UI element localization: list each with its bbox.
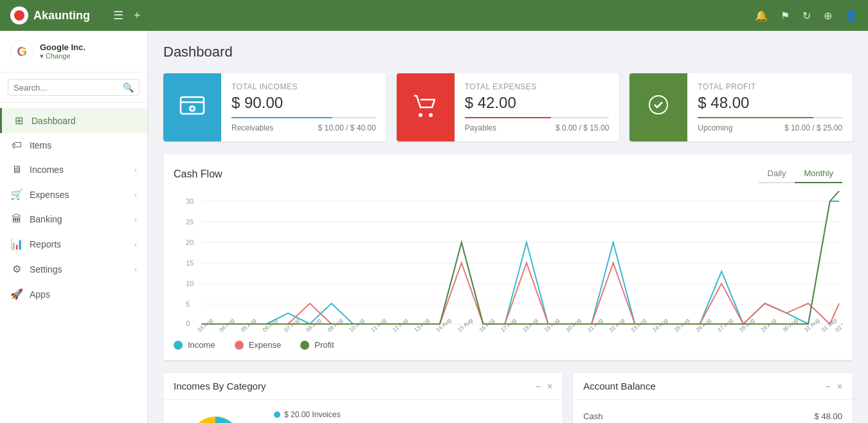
- banking-icon: 🏛: [10, 213, 23, 225]
- company-logo: G: [10, 40, 33, 63]
- income-legend-label: Income: [188, 340, 215, 350]
- minimize-icon[interactable]: −: [536, 381, 541, 392]
- payables-label: Payables: [465, 123, 496, 132]
- sidebar-item-settings[interactable]: ⚙ Settings ‹: [0, 256, 147, 282]
- sidebar-item-items[interactable]: 🏷 Items: [0, 133, 147, 158]
- invoices-legend: $ 20.00 Invoices: [284, 410, 340, 419]
- company-name: Google Inc.: [40, 42, 86, 52]
- stat-card-incomes: TOTAL INCOMES $ 90.00 Receivables $ 10.0…: [163, 73, 386, 141]
- nav-label-items: Items: [30, 140, 51, 150]
- income-legend-dot: [174, 341, 183, 350]
- tab-daily[interactable]: Daily: [759, 165, 795, 183]
- profit-label: TOTAL PROFIT: [698, 82, 842, 91]
- upcoming-label: Upcoming: [698, 123, 732, 132]
- user-icon[interactable]: 👤: [845, 10, 858, 22]
- reports-icon: 📊: [10, 238, 23, 250]
- topnav-actions: ☰ +: [113, 8, 141, 22]
- cash-flow-tabs: Daily Monthly: [759, 165, 842, 183]
- nav-label-reports: Reports: [30, 239, 61, 249]
- svg-text:15: 15: [186, 259, 194, 267]
- refresh-icon[interactable]: ↻: [802, 10, 811, 22]
- profit-value: $ 48.00: [698, 94, 842, 112]
- incomes-by-category-card: Incomes By Category − ×: [163, 373, 563, 423]
- expenses-card-icon: [411, 91, 440, 125]
- sidebar: G Google Inc. ▾ Change 🔍 ⊞ Dashboard 🏷 I…: [0, 31, 148, 423]
- svg-text:30: 30: [186, 197, 194, 205]
- search-input[interactable]: [14, 83, 123, 93]
- expenses-icon-box: [397, 73, 455, 141]
- incomes-chevron: ‹: [134, 166, 137, 174]
- page-title: Dashboard: [163, 44, 853, 60]
- nav-label-banking: Banking: [30, 214, 62, 224]
- upcoming-value: $ 10.00 / $ 25.00: [784, 123, 842, 132]
- account-balance-title: Account Balance: [583, 381, 656, 392]
- bell-icon[interactable]: 🔔: [755, 10, 768, 22]
- legend-income: Income: [174, 340, 215, 350]
- receivables-label: Receivables: [231, 123, 273, 132]
- close-icon-2[interactable]: ×: [837, 381, 842, 392]
- account-row-cash: Cash $ 48.00: [583, 408, 842, 423]
- layout: G Google Inc. ▾ Change 🔍 ⊞ Dashboard 🏷 I…: [0, 31, 868, 423]
- sidebar-item-apps[interactable]: 🚀 Apps: [0, 282, 147, 307]
- svg-point-5: [419, 113, 422, 117]
- tab-monthly[interactable]: Monthly: [795, 165, 842, 183]
- incomes-icon-box: [163, 73, 221, 141]
- sidebar-item-dashboard[interactable]: ⊞ Dashboard: [0, 108, 147, 133]
- incomes-card-icon: [178, 91, 206, 125]
- nav-label-apps: Apps: [30, 289, 50, 300]
- search-icon: 🔍: [123, 82, 134, 93]
- invoices-dot: [274, 411, 280, 418]
- expenses-icon: 🛒: [10, 188, 23, 201]
- pie-legend: $ 20.00 Invoices $ 40.00 Deposit: [274, 410, 340, 423]
- svg-text:15 Aug: 15 Aug: [457, 317, 474, 332]
- incomes-value: $ 90.00: [231, 94, 376, 112]
- account-body: Cash $ 48.00: [573, 400, 853, 423]
- pie-chart: [174, 410, 264, 423]
- company-info: G Google Inc. ▾ Change: [0, 31, 147, 73]
- flag-icon[interactable]: ⚑: [781, 10, 790, 22]
- bottom-grid: Incomes By Category − ×: [163, 373, 853, 423]
- sidebar-item-expenses[interactable]: 🛒 Expenses ‹: [0, 182, 147, 207]
- expense-legend-dot: [235, 341, 244, 350]
- banking-chevron: ‹: [134, 215, 137, 223]
- incomes-icon: 🖥: [10, 164, 23, 176]
- main-content: Dashboard TOTAL INCOMES $ 90.00 Receivab…: [148, 31, 868, 423]
- add-icon[interactable]: +: [134, 9, 141, 22]
- chart-area: 30 25 20 15 10 5 0: [174, 191, 842, 332]
- expenses-value: $ 42.00: [465, 94, 610, 112]
- stat-card-profit: TOTAL PROFIT $ 48.00 Upcoming $ 10.00 / …: [629, 73, 853, 141]
- search-container: 🔍: [0, 73, 147, 103]
- dashboard-icon: ⊞: [12, 114, 25, 127]
- minimize-icon-2[interactable]: −: [826, 381, 831, 392]
- expenses-label: TOTAL EXPENSES: [465, 82, 610, 91]
- cash-label: Cash: [583, 411, 602, 421]
- legend-expense: Expense: [235, 340, 282, 350]
- cash-value: $ 48.00: [815, 411, 842, 421]
- reports-chevron: ‹: [134, 240, 137, 248]
- globe-icon[interactable]: ⊕: [824, 10, 832, 22]
- top-nav: Akaunting ☰ + 🔔 ⚑ ↻ ⊕ 👤: [0, 0, 868, 31]
- company-change[interactable]: ▾ Change: [40, 52, 86, 60]
- profit-legend-dot: [300, 341, 309, 350]
- nav-label-settings: Settings: [30, 264, 62, 274]
- expenses-chevron: ‹: [134, 191, 137, 199]
- settings-icon: ⚙: [10, 263, 23, 275]
- cash-flow-title: Cash Flow: [174, 168, 222, 180]
- nav-label-incomes: Incomes: [30, 165, 64, 175]
- close-icon[interactable]: ×: [547, 381, 552, 392]
- incomes-label: TOTAL INCOMES: [231, 82, 376, 91]
- receivables-value: $ 10.00 / $ 40.00: [318, 123, 376, 132]
- topnav-right: 🔔 ⚑ ↻ ⊕ 👤: [755, 10, 858, 22]
- cash-flow-card: Cash Flow Daily Monthly 30 25 20 15 10 5…: [163, 154, 853, 360]
- sidebar-item-incomes[interactable]: 🖥 Incomes ‹: [0, 158, 147, 182]
- account-balance-card: Account Balance − × Cash $ 48.00: [573, 373, 853, 423]
- apps-icon: 🚀: [10, 288, 23, 300]
- sidebar-item-reports[interactable]: 📊 Reports ‹: [0, 231, 147, 256]
- stat-card-expenses: TOTAL EXPENSES $ 42.00 Payables $ 0.00 /…: [397, 73, 620, 141]
- sidebar-nav: ⊞ Dashboard 🏷 Items 🖥 Incomes ‹ 🛒 Expens…: [0, 103, 147, 423]
- profit-card-icon: [644, 91, 673, 125]
- svg-text:10: 10: [186, 280, 194, 287]
- svg-text:5: 5: [186, 300, 190, 308]
- menu-icon[interactable]: ☰: [113, 8, 123, 22]
- sidebar-item-banking[interactable]: 🏛 Banking ‹: [0, 207, 147, 231]
